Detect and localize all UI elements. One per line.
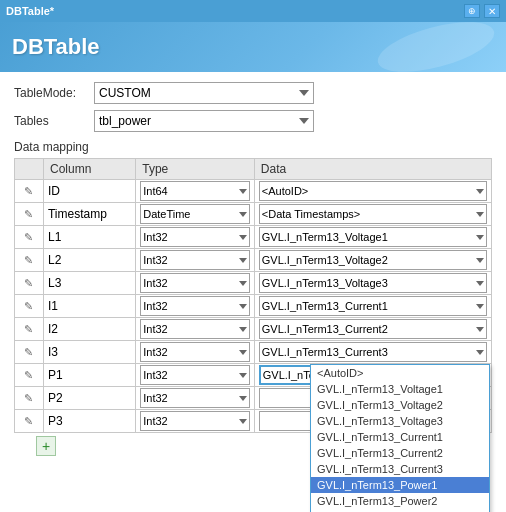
tablemode-label: TableMode: (14, 86, 94, 100)
edit-icon[interactable]: ✎ (24, 323, 33, 335)
add-row-button[interactable]: + (36, 436, 56, 456)
edit-icon[interactable]: ✎ (24, 277, 33, 289)
dropdown-item[interactable]: GVL.I_nTerm13_Voltage3 (311, 413, 489, 429)
edit-icon[interactable]: ✎ (24, 300, 33, 312)
table-row: ✎ I2 Int32 GVL.I_nTerm13_Current2 (15, 318, 492, 341)
edit-icon[interactable]: ✎ (24, 231, 33, 243)
col-name-i2: I2 (43, 318, 135, 341)
data-select-i1[interactable]: GVL.I_nTerm13_Current1 (259, 296, 487, 316)
header: DBTable (0, 22, 506, 72)
col-name-p1: P1 (43, 364, 135, 387)
table-row: ✎ I1 Int32 GVL.I_nTerm13_Current1 (15, 295, 492, 318)
dropdown-item[interactable]: GVL.I_nTerm13_Power2 (311, 493, 489, 509)
data-mapping-section-title: Data mapping (14, 140, 492, 154)
table-row: ✎ ID Int64 <AutoID> (15, 180, 492, 203)
close-button[interactable]: ✕ (484, 4, 500, 18)
type-select-i1[interactable]: Int32 (140, 296, 250, 316)
type-select-id[interactable]: Int64 (140, 181, 250, 201)
table-row: ✎ L1 Int32 GVL.I_nTerm13_Voltage1 (15, 226, 492, 249)
table-row: ✎ L2 Int32 GVL.I_nTerm13_Voltage2 (15, 249, 492, 272)
data-select-l3[interactable]: GVL.I_nTerm13_Voltage3 (259, 273, 487, 293)
type-select-p3[interactable]: Int32 (140, 411, 250, 431)
dropdown-item[interactable]: GVL.I_nTerm13_Current3 (311, 461, 489, 477)
dropdown-item-selected[interactable]: GVL.I_nTerm13_Power1 (311, 477, 489, 493)
tables-row: Tables tbl_power (14, 110, 492, 132)
header-title: DBTable (12, 34, 100, 60)
dropdown-item[interactable]: GVL.I_nTerm13_Current2 (311, 445, 489, 461)
type-select-l3[interactable]: Int32 (140, 273, 250, 293)
type-select-timestamp[interactable]: DateTime (140, 204, 250, 224)
data-dropdown-overlay: <AutoID> GVL.I_nTerm13_Voltage1 GVL.I_nT… (310, 364, 490, 512)
pin-icon[interactable]: ⊕ (464, 4, 480, 18)
type-select-l2[interactable]: Int32 (140, 250, 250, 270)
table-row: ✎ Timestamp DateTime <Data Timestamps> (15, 203, 492, 226)
table-header-row: Column Type Data (15, 159, 492, 180)
col-header-type: Type (136, 159, 255, 180)
edit-icon[interactable]: ✎ (24, 369, 33, 381)
title-bar: DBTable* ⊕ ✕ (0, 0, 506, 22)
col-header-edit (15, 159, 44, 180)
edit-icon[interactable]: ✎ (24, 185, 33, 197)
col-name-i1: I1 (43, 295, 135, 318)
data-select-id[interactable]: <AutoID> (259, 181, 487, 201)
col-name-l1: L1 (43, 226, 135, 249)
edit-icon[interactable]: ✎ (24, 254, 33, 266)
tables-select[interactable]: tbl_power (94, 110, 314, 132)
col-name-id: ID (43, 180, 135, 203)
type-select-p2[interactable]: Int32 (140, 388, 250, 408)
data-select-timestamp[interactable]: <Data Timestamps> (259, 204, 487, 224)
data-select-i3[interactable]: GVL.I_nTerm13_Current3 (259, 342, 487, 362)
title-bar-text: DBTable* (6, 5, 460, 17)
table-row: ✎ L3 Int32 GVL.I_nTerm13_Voltage3 (15, 272, 492, 295)
edit-icon[interactable]: ✎ (24, 346, 33, 358)
type-select-l1[interactable]: Int32 (140, 227, 250, 247)
col-name-timestamp: Timestamp (43, 203, 135, 226)
data-mapping-wrapper: Column Type Data ✎ ID Int64 <AutoID> ✎ T… (14, 158, 492, 433)
col-header-column: Column (43, 159, 135, 180)
type-select-i3[interactable]: Int32 (140, 342, 250, 362)
dropdown-item[interactable]: GVL.I_nTerm13_Voltage1 (311, 381, 489, 397)
col-header-data: Data (254, 159, 491, 180)
type-select-i2[interactable]: Int32 (140, 319, 250, 339)
col-name-l3: L3 (43, 272, 135, 295)
dropdown-item[interactable]: <AutoID> (311, 365, 489, 381)
col-name-i3: I3 (43, 341, 135, 364)
data-select-l2[interactable]: GVL.I_nTerm13_Voltage2 (259, 250, 487, 270)
content: TableMode: CUSTOM AUTO Tables tbl_power … (0, 72, 506, 512)
col-name-p3: P3 (43, 410, 135, 433)
edit-icon[interactable]: ✎ (24, 392, 33, 404)
edit-icon[interactable]: ✎ (24, 415, 33, 427)
col-name-p2: P2 (43, 387, 135, 410)
dropdown-item[interactable]: GVL.I_nTerm13_Voltage2 (311, 397, 489, 413)
tablemode-row: TableMode: CUSTOM AUTO (14, 82, 492, 104)
data-select-i2[interactable]: GVL.I_nTerm13_Current2 (259, 319, 487, 339)
tablemode-select[interactable]: CUSTOM AUTO (94, 82, 314, 104)
tables-label: Tables (14, 114, 94, 128)
data-select-l1[interactable]: GVL.I_nTerm13_Voltage1 (259, 227, 487, 247)
col-name-l2: L2 (43, 249, 135, 272)
dropdown-item[interactable]: GVL.I_nTerm13_Current1 (311, 429, 489, 445)
edit-icon[interactable]: ✎ (24, 208, 33, 220)
type-select-p1[interactable]: Int32 (140, 365, 250, 385)
table-row: ✎ I3 Int32 GVL.I_nTerm13_Current3 (15, 341, 492, 364)
